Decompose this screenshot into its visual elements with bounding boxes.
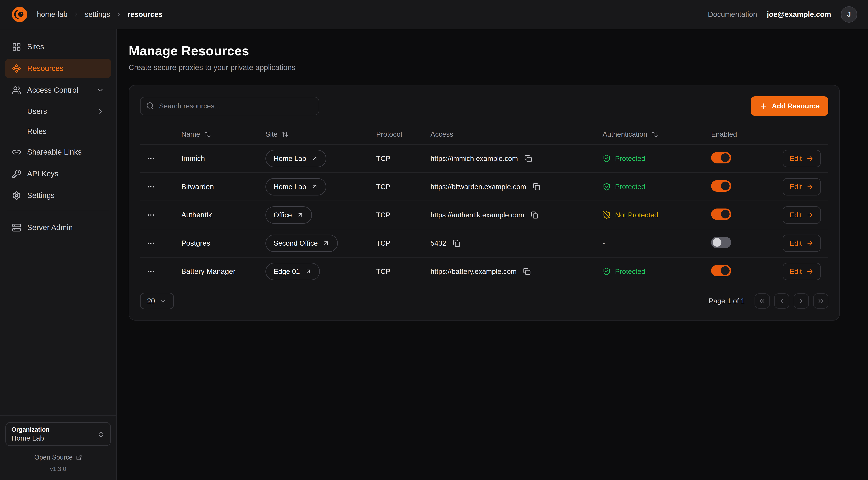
resources-table: Name Site Protocol Access Authenticati [140,124,828,285]
breadcrumb-settings[interactable]: settings [85,10,110,19]
org-switcher[interactable]: Organization Home Lab [5,422,111,446]
edit-button[interactable]: Edit [783,150,821,167]
access-url: https://immich.example.com [431,155,518,162]
sidebar-item-shareable-links[interactable]: Shareable Links [5,142,111,162]
edit-label: Edit [789,155,802,162]
header-label: Access [431,130,453,138]
sidebar-item-server-admin[interactable]: Server Admin [5,218,111,237]
copy-button[interactable] [530,210,539,220]
protocol: TCP [376,183,431,191]
sidebar-item-label: Settings [27,191,55,200]
chevron-down-icon [97,86,104,94]
link-icon [12,148,21,157]
page-label: Page 1 of 1 [709,297,745,305]
edit-button[interactable]: Edit [783,206,821,224]
sidebar-item-roles[interactable]: Roles [5,122,111,141]
enabled-toggle[interactable] [711,265,731,276]
sidebar-item-users[interactable]: Users [5,102,111,121]
waypoints-icon [12,64,21,73]
chevron-down-icon [160,298,167,305]
edit-button[interactable]: Edit [783,178,821,196]
gear-icon [12,191,21,200]
header-site[interactable]: Site [266,130,376,138]
sidebar-item-resources[interactable]: Resources [5,59,111,78]
sidebar-item-sites[interactable]: Sites [5,37,111,57]
row-menu-button[interactable] [145,237,157,250]
sort-icon [281,131,288,138]
avatar[interactable]: J [841,6,857,23]
copy-button[interactable] [532,182,541,192]
last-page-button[interactable] [813,293,828,309]
auth-status: Protected [602,154,711,162]
header-authentication[interactable]: Authentication [602,130,711,138]
copy-icon [533,183,540,190]
arrow-right-icon [806,211,814,219]
row-menu-button[interactable] [145,152,157,165]
copy-icon [523,268,531,275]
edit-label: Edit [789,268,802,275]
arrow-right-icon [806,239,814,247]
enabled-toggle[interactable] [711,180,731,192]
table-row: Authentik Office TCP https://authentik.e… [140,201,828,229]
prev-page-button[interactable] [774,293,789,309]
sidebar-item-settings[interactable]: Settings [5,186,111,205]
sidebar-item-label: Shareable Links [27,148,82,156]
site-link[interactable]: Office [266,206,312,224]
row-menu-button[interactable] [145,180,157,193]
enabled-toggle[interactable] [711,237,731,248]
row-menu-button[interactable] [145,209,157,221]
table-row: Bitwarden Home Lab TCP https://bitwarden… [140,172,828,201]
copy-icon [453,239,460,247]
open-source-link[interactable]: Open Source [5,454,111,461]
copy-button[interactable] [452,238,461,248]
arrow-up-right-icon [311,183,318,190]
search-input[interactable] [140,97,319,115]
site-link[interactable]: Home Lab [266,178,326,196]
first-page-button[interactable] [754,293,770,309]
sidebar-bottom: Organization Home Lab Open Source v1.3.0 [0,415,116,480]
chevrons-right-icon [817,297,825,305]
header-name[interactable]: Name [181,130,266,138]
breadcrumb-org[interactable]: home-lab [37,10,67,19]
open-source-label: Open Source [34,454,72,461]
site-label: Home Lab [274,183,306,191]
site-link[interactable]: Second Office [266,235,338,252]
page-size-select[interactable]: 20 [140,293,174,309]
copy-button[interactable] [523,154,533,163]
arrow-up-right-icon [311,155,318,162]
pangolin-logo[interactable] [11,6,28,23]
sidebar-item-access-control[interactable]: Access Control [5,80,111,100]
header-enabled: Enabled [711,130,786,138]
add-resource-button[interactable]: Add Resource [751,96,828,116]
sidebar-item-api-keys[interactable]: API Keys [5,164,111,183]
resources-card: Add Resource Name Site Protocol [129,85,840,321]
copy-button[interactable] [522,267,532,276]
protocol: TCP [376,211,431,219]
card-toolbar: Add Resource [140,96,828,116]
site-link[interactable]: Edge 01 [266,263,320,280]
header-protocol: Protocol [376,130,431,138]
sidebar-item-label: Server Admin [27,223,73,232]
site-link[interactable]: Home Lab [266,150,326,167]
app-shell: Sites Resources Access Control Users Rol… [0,29,868,480]
row-menu-button[interactable] [145,265,157,278]
breadcrumb-resources[interactable]: resources [127,10,162,19]
resource-name: Postgres [181,239,266,247]
arrow-up-right-icon [305,268,312,275]
edit-button[interactable]: Edit [783,235,821,252]
chevrons-left-icon [758,297,766,305]
edit-button[interactable]: Edit [783,263,821,280]
resource-name: Bitwarden [181,182,266,191]
enabled-toggle[interactable] [711,152,731,163]
documentation-link[interactable]: Documentation [708,10,757,19]
main-content: Manage Resources Create secure proxies t… [117,29,868,480]
table-footer: 20 Page 1 of 1 [140,293,828,309]
auth-label: Protected [615,183,645,191]
sidebar-item-label: API Keys [27,170,58,178]
enabled-toggle[interactable] [711,209,731,220]
sidebar-divider [7,211,109,211]
chevrons-up-down-icon [97,430,105,438]
sidebar-item-label: Resources [27,64,63,73]
user-email[interactable]: joe@example.com [767,10,831,19]
next-page-button[interactable] [794,293,809,309]
